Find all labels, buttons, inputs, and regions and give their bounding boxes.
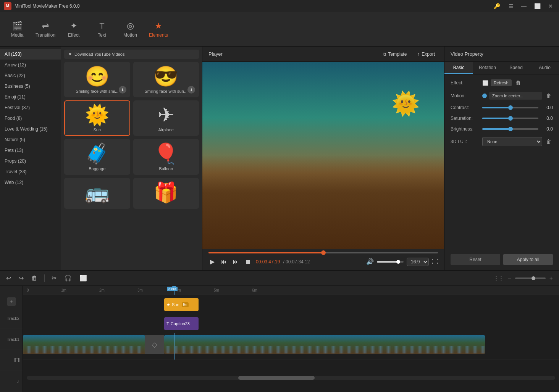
sun-clip[interactable]: ★ Sun 5s <box>164 298 199 311</box>
scrollbar-thumb[interactable] <box>238 376 315 380</box>
tracks-area: ★ Sun 5s T Caption23 <box>23 295 559 375</box>
caption-clip[interactable]: T Caption23 <box>164 317 199 330</box>
contrast-thumb <box>508 105 513 110</box>
category-business[interactable]: Business (5) <box>0 81 61 92</box>
crop-button[interactable]: ⬜ <box>77 273 89 283</box>
toolbar-motion[interactable]: ◎ Motion <box>117 16 144 43</box>
volume-icon[interactable]: 🔊 <box>365 256 375 267</box>
delete-clip-button[interactable]: 🗑 <box>29 273 40 283</box>
element-baggage[interactable]: 🧳 Baggage <box>64 139 130 174</box>
stop-button[interactable]: ⏹ <box>244 257 253 267</box>
zoom-in-button[interactable]: + <box>547 274 555 282</box>
playhead[interactable]: 3.8m <box>174 286 174 295</box>
transition-clip[interactable]: ◇ <box>145 335 164 354</box>
toolbar-elements[interactable]: ★ Elements <box>145 16 172 43</box>
motion-value[interactable]: Zoom in center... <box>489 92 542 100</box>
undo-button[interactable]: ↩ <box>4 273 13 283</box>
lut-label: 3D LUT: <box>451 139 479 144</box>
category-props[interactable]: Props (20) <box>0 156 61 166</box>
elements-icon: ★ <box>155 21 162 31</box>
effect-refresh-button[interactable]: Refresh <box>491 79 512 86</box>
add-track-button[interactable]: + <box>7 297 16 306</box>
elements-grid: 😊 Smiling face with smi... ⬇ 😎 Smiling f… <box>64 62 199 209</box>
zoom-slider[interactable] <box>515 277 546 279</box>
brightness-slider[interactable] <box>482 128 538 130</box>
category-pets[interactable]: Pets (13) <box>0 145 61 156</box>
timeline-content[interactable]: 0 1m 2m 3m 4m 5m 6m 3.8m <box>23 286 559 392</box>
contrast-label: Contrast: <box>451 105 479 110</box>
saturation-slider[interactable] <box>482 118 538 119</box>
download-bar[interactable]: ▼ Download YouTube Videos <box>64 50 199 59</box>
smiling1-label: Smiling face with smi... <box>68 89 126 94</box>
export-button[interactable]: ↑ Export <box>414 50 438 58</box>
video-clip-2[interactable] <box>164 335 485 354</box>
zoom-out-button[interactable]: − <box>505 274 513 282</box>
category-food[interactable]: Food (8) <box>0 113 61 124</box>
smiling1-download-btn[interactable]: ⬇ <box>119 86 126 94</box>
menu-icon[interactable]: ☰ <box>506 2 516 10</box>
tab-basic[interactable]: Basic <box>444 62 473 74</box>
media-icon: 🎬 <box>12 21 23 31</box>
element-bus[interactable]: 🚌 <box>64 178 130 209</box>
effect-control: ⬜ Refresh 🗑 <box>482 79 553 87</box>
category-emoji[interactable]: Emoji (11) <box>0 92 61 102</box>
brightness-value: 0.0 <box>541 126 553 132</box>
next-button[interactable]: ⏭ <box>231 257 241 267</box>
play-button[interactable]: ▶ <box>208 256 216 267</box>
tab-audio[interactable]: Audio <box>530 62 559 74</box>
close-button[interactable]: ✕ <box>546 2 555 10</box>
text-label: Text <box>98 32 106 38</box>
fullscreen-button[interactable]: ⛶ <box>432 258 438 265</box>
progress-track[interactable] <box>208 252 438 253</box>
category-travel[interactable]: Travel (33) <box>0 166 61 177</box>
lut-delete-button[interactable]: 🗑 <box>544 138 553 145</box>
category-arrow[interactable]: Arrow (12) <box>0 60 61 70</box>
element-smiling2[interactable]: 😎 Smiling face with sun... ⬇ <box>133 62 199 97</box>
video-clip-1[interactable] <box>23 335 145 354</box>
element-gift[interactable]: 🎁 <box>133 178 199 209</box>
aspect-ratio-select[interactable]: 16:9 4:3 <box>407 258 429 266</box>
audio-button[interactable]: 🎧 <box>62 273 74 283</box>
template-button[interactable]: ⧉ Template <box>380 50 410 58</box>
tab-speed[interactable]: Speed <box>502 62 530 74</box>
saturation-thumb <box>508 116 513 121</box>
sun-clip-label: Sun <box>172 302 179 307</box>
player-controls: ▶ ⏮ ⏭ ⏹ 00:03:47.19 / 00:07:34.12 🔊 16:9… <box>202 255 444 270</box>
maximize-button[interactable]: ⬜ <box>532 2 543 10</box>
volume-slider[interactable] <box>377 261 404 263</box>
cut-button[interactable]: ✂ <box>49 273 59 283</box>
minimize-button[interactable]: — <box>519 2 529 10</box>
contrast-slider[interactable] <box>482 107 538 108</box>
lut-select[interactable]: None <box>482 137 542 146</box>
element-balloon[interactable]: 🎈 Balloon <box>133 139 199 174</box>
category-web[interactable]: Web (12) <box>0 177 61 188</box>
element-airplane[interactable]: ✈ Airplane <box>133 100 199 136</box>
tab-rotation[interactable]: Rotation <box>473 62 502 74</box>
template-icon: ⧉ <box>383 52 386 57</box>
element-sun[interactable]: 🌞 Sun <box>64 100 130 136</box>
toolbar-effect[interactable]: ✦ Effect <box>60 16 87 43</box>
category-all[interactable]: All (193) <box>0 49 61 60</box>
toolbar-text[interactable]: T Text <box>89 16 115 43</box>
text-icon: T <box>99 21 104 31</box>
motion-delete-button[interactable]: 🗑 <box>544 92 553 100</box>
reset-button[interactable]: Reset <box>451 254 500 265</box>
category-festival[interactable]: Festival (37) <box>0 102 61 113</box>
category-basic[interactable]: Basic (22) <box>0 70 61 81</box>
toolbar-transition[interactable]: ⇌ Transition <box>32 16 59 43</box>
prev-button[interactable]: ⏮ <box>219 257 228 267</box>
export-icon: ↑ <box>417 52 420 57</box>
category-love-wedding[interactable]: Love & Wedding (15) <box>0 124 61 134</box>
key-icon[interactable]: 🔑 <box>494 3 500 9</box>
effect-delete-button[interactable]: 🗑 <box>514 79 522 87</box>
time-ruler: 0 1m 2m 3m 4m 5m 6m 3.8m <box>23 286 559 295</box>
smiling2-emoji: 😎 <box>153 66 178 87</box>
horizontal-scrollbar[interactable] <box>27 376 555 380</box>
progress-thumb[interactable] <box>321 250 326 255</box>
category-nature[interactable]: Nature (5) <box>0 134 61 145</box>
redo-button[interactable]: ↪ <box>16 273 26 283</box>
element-smiling1[interactable]: 😊 Smiling face with smi... ⬇ <box>64 62 130 97</box>
toolbar-media[interactable]: 🎬 Media <box>4 16 31 43</box>
waveform-1 <box>23 346 145 353</box>
apply-all-button[interactable]: Apply to all <box>503 254 553 265</box>
